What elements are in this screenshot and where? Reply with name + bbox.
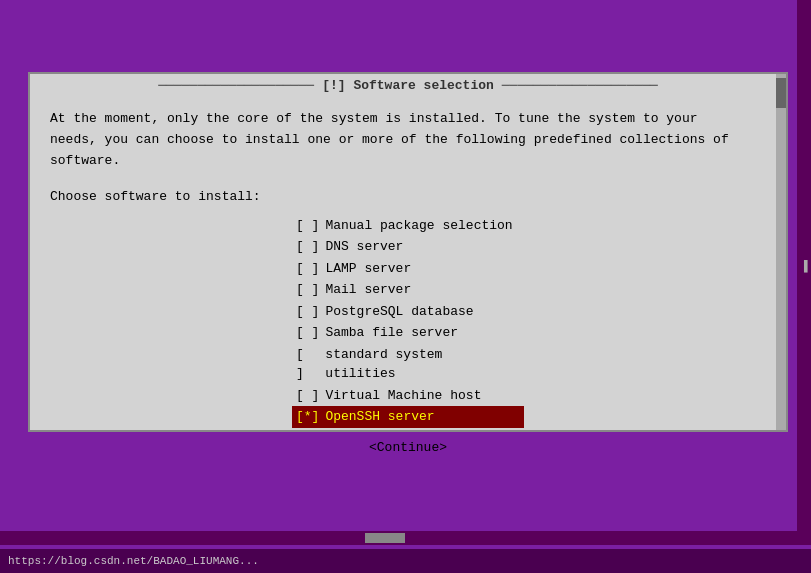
checkbox-dns: [ ] bbox=[296, 237, 319, 257]
bottom-scrollbar[interactable] bbox=[0, 531, 811, 545]
list-item-vm[interactable]: [ ] Virtual Machine host bbox=[292, 385, 524, 407]
item-label-dns: DNS server bbox=[325, 237, 403, 257]
item-label-mail: Mail server bbox=[325, 280, 411, 300]
desktop: ──────────────────── [!] Software select… bbox=[0, 0, 811, 573]
desc-line1: At the moment, only the core of the syst… bbox=[50, 109, 766, 130]
item-label-vm: Virtual Machine host bbox=[325, 386, 481, 406]
checkbox-samba: [ ] bbox=[296, 323, 319, 343]
h-scroll-thumb[interactable] bbox=[365, 533, 405, 543]
title-right-dashes: ──────────────────── bbox=[502, 78, 658, 93]
checkbox-manual: [ ] bbox=[296, 216, 319, 236]
list-item-mail[interactable]: [ ] Mail server bbox=[292, 279, 524, 301]
item-label-standard: standard system utilities bbox=[325, 345, 520, 384]
dialog-content: At the moment, only the core of the syst… bbox=[30, 97, 786, 467]
choose-label: Choose software to install: bbox=[50, 187, 766, 207]
software-list: [ ] Manual package selection [ ] DNS ser… bbox=[50, 215, 766, 428]
checkbox-postgresql: [ ] bbox=[296, 302, 319, 322]
title-left-dashes: ──────────────────── bbox=[158, 78, 314, 93]
h-scroll-track bbox=[0, 531, 811, 545]
scrollbar-thumb[interactable] bbox=[776, 78, 786, 108]
desc-line2: needs, you can choose to install one or … bbox=[50, 130, 766, 151]
item-label-lamp: LAMP server bbox=[325, 259, 411, 279]
status-bar: https://blog.csdn.net/BADAO_LIUMANG... bbox=[0, 549, 811, 573]
list-item-postgresql[interactable]: [ ] PostgreSQL database bbox=[292, 301, 524, 323]
item-label-postgresql: PostgreSQL database bbox=[325, 302, 473, 322]
outer-scrollbar-v[interactable]: ▐ bbox=[797, 0, 811, 533]
list-item-dns[interactable]: [ ] DNS server bbox=[292, 236, 524, 258]
status-url: https://blog.csdn.net/BADAO_LIUMANG... bbox=[8, 555, 259, 567]
item-label-openssh: OpenSSH server bbox=[325, 407, 434, 427]
item-label-samba: Samba file server bbox=[325, 323, 458, 343]
checkbox-openssh: [*] bbox=[296, 407, 319, 427]
list-item-openssh[interactable]: [*] OpenSSH server bbox=[292, 406, 524, 428]
item-label-manual: Manual package selection bbox=[325, 216, 512, 236]
continue-button[interactable]: <Continue> bbox=[369, 440, 447, 455]
continue-section: <Continue> bbox=[50, 440, 766, 455]
v-scroll-indicator: ▐ bbox=[800, 260, 807, 274]
list-item-lamp[interactable]: [ ] LAMP server bbox=[292, 258, 524, 280]
checkbox-vm: [ ] bbox=[296, 386, 319, 406]
dialog-scrollbar[interactable] bbox=[776, 74, 786, 430]
checkbox-standard: [ ] bbox=[296, 345, 319, 384]
checkbox-mail: [ ] bbox=[296, 280, 319, 300]
dialog-titlebar: ──────────────────── [!] Software select… bbox=[30, 74, 786, 97]
list-item-manual[interactable]: [ ] Manual package selection bbox=[292, 215, 524, 237]
software-selection-dialog: ──────────────────── [!] Software select… bbox=[28, 72, 788, 432]
checkbox-lamp: [ ] bbox=[296, 259, 319, 279]
description-block: At the moment, only the core of the syst… bbox=[50, 109, 766, 171]
dialog-title: [!] Software selection bbox=[322, 78, 494, 93]
desc-line3: software. bbox=[50, 151, 766, 172]
list-item-samba[interactable]: [ ] Samba file server bbox=[292, 322, 524, 344]
list-item-standard[interactable]: [ ] standard system utilities bbox=[292, 344, 524, 385]
